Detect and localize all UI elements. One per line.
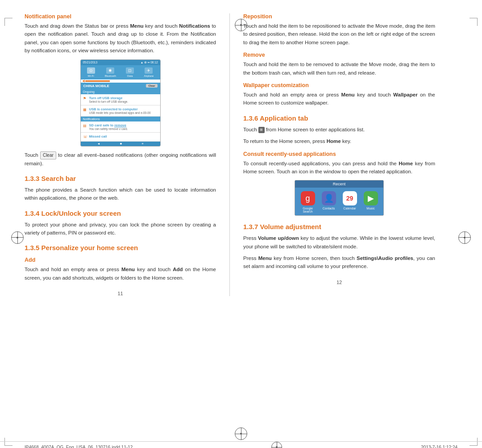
footer-left-text: IP4668_4007A_QG_Eng_USA_06_130716.indd 1… xyxy=(25,445,133,448)
china-mobile-label: CHINA MOBILE xyxy=(83,84,109,88)
notif-usb-computer-title: USB is connected to computer xyxy=(89,107,151,111)
bluetooth-icon: ✱ xyxy=(106,67,114,74)
nav-back: ◄ xyxy=(97,142,100,145)
page-footer: IP4668_4007A_QG_Eng_USA_06_130716.indd 1… xyxy=(0,441,482,448)
reposition-text: Touch and hold the item to be reposition… xyxy=(243,22,435,46)
consult-recent-text: To consult recently-used applications, y… xyxy=(243,159,435,176)
compass-dot xyxy=(464,237,465,239)
contacts-icon: 👤 xyxy=(322,191,336,205)
phone-header-bar: CHINA MOBILE Clear xyxy=(81,83,160,89)
notifications-label: Notifications xyxy=(81,117,160,121)
search-bar-text: The phone provides a Search function whi… xyxy=(25,186,216,202)
col-left: Notification panel Touch and drag down t… xyxy=(25,13,230,296)
phone-mockup: 05/21/2013 ▲ ⊕ ▪▪ 06:12 ⊙ Wi-Fi ✱ Blueto… xyxy=(80,59,161,147)
app-tab-text2: To return to the Home screen, press Home… xyxy=(243,137,435,145)
phone-icons: ▲ ⊕ ▪▪ 06:12 xyxy=(141,61,158,64)
recent-apps-mockup: Recent g GoogleSearch 👤 Contacts 29 Cale… xyxy=(295,180,384,216)
clear-note: Touch Clear to clear all event–based not… xyxy=(25,151,216,167)
usb-icon: ⚑ xyxy=(83,96,87,101)
usb-computer-icon: ▦ xyxy=(83,108,87,112)
wallpaper-heading: Wallpaper customization xyxy=(243,82,435,88)
notif-sd-text: SD card safe to remove You can safely re… xyxy=(89,123,128,130)
compass-bottom-icon xyxy=(235,427,247,440)
notif-usb-computer-sub: USB mode lets you download apps and e-00… xyxy=(89,111,151,114)
recent-apps-row: g GoogleSearch 👤 Contacts 29 Calendar ▶ … xyxy=(295,188,383,215)
recent-app-google: g GoogleSearch xyxy=(301,191,315,213)
clear-button-inline[interactable]: Clear xyxy=(40,151,56,159)
grid-icon: ⊞ xyxy=(258,127,265,133)
qs-wifi-label: Wi-Fi xyxy=(88,75,94,77)
lock-unlock-text: To protect your phone and privacy, you c… xyxy=(25,221,216,237)
notif-usb-computer: ▦ USB is connected to computer USB mode … xyxy=(81,105,160,117)
compass-dot xyxy=(240,24,242,26)
reposition-heading: Reposition xyxy=(243,13,435,20)
notif-missed-call: ☏ Missed call xyxy=(81,133,160,142)
ongoing-label: Ongoing xyxy=(81,89,160,94)
airplane-icon: ✈ xyxy=(145,67,153,74)
wallpaper-text: Touch and hold an empty area or press Me… xyxy=(243,91,435,107)
phone-clear-btn[interactable]: Clear xyxy=(146,84,157,88)
recent-app-contacts: 👤 Contacts xyxy=(322,191,336,213)
app-tab-heading: 1.3.6 Application tab xyxy=(243,114,435,122)
notif-usb-computer-text: USB is connected to computer USB mode le… xyxy=(89,107,151,114)
notif-usb-text: Turn off USB storage Select to turn off … xyxy=(89,96,129,103)
consult-recent-heading: Consult recently-used applications xyxy=(243,151,435,157)
page-num-right: 12 xyxy=(243,280,435,285)
corner-mark-tr xyxy=(470,18,478,26)
calendar-icon: 29 xyxy=(343,191,357,205)
nav-menu: ≡ xyxy=(141,142,143,145)
google-icon: g xyxy=(301,191,315,205)
notif-missed-text: Missed call xyxy=(89,134,107,138)
qs-airplane: ✈ Airplane xyxy=(144,67,154,77)
notification-panel-text1: Touch and drag down the Status bar or pr… xyxy=(25,22,216,55)
compass-right-icon xyxy=(458,231,471,244)
personalize-heading: 1.3.5 Personalize your home screen xyxy=(25,244,216,251)
footer-compass-dot xyxy=(276,446,278,448)
qs-data: ⊡ Data xyxy=(126,67,134,77)
recent-app-calendar: 29 Calendar xyxy=(343,191,357,213)
phone-date: 05/21/2013 xyxy=(83,61,98,64)
remove-text: Touch and hold the item to be removed to… xyxy=(243,60,435,77)
footer-right-text: 2013-7-16 1:12:24 xyxy=(421,445,457,448)
notif-usb-sub: Select to turn off USB storage. xyxy=(89,100,129,103)
wifi-icon: ⊙ xyxy=(87,67,95,74)
google-label: GoogleSearch xyxy=(303,207,313,213)
recent-app-music: ▶ Music xyxy=(364,191,378,213)
phone-nav-bar: ◄ ■ ≡ xyxy=(81,142,160,146)
sd-card-icon: ▤ xyxy=(83,124,87,128)
qs-wifi: ⊙ Wi-Fi xyxy=(87,67,95,77)
qs-bluetooth-label: Bluetooth xyxy=(105,75,116,77)
music-icon: ▶ xyxy=(364,191,378,205)
notif-missed-title: Missed call xyxy=(89,134,107,138)
compass-dot xyxy=(240,433,242,435)
compass-dot xyxy=(17,237,18,239)
col-right: Reposition Touch and hold the item to be… xyxy=(230,13,435,296)
remove-heading: Remove xyxy=(243,52,435,58)
phone-quick-settings: ⊙ Wi-Fi ✱ Bluetooth ⊡ Data ✈ Airplane xyxy=(81,65,160,80)
qs-data-label: Data xyxy=(127,75,133,77)
search-bar-heading: 1.3.3 Search bar xyxy=(25,175,216,182)
notif-usb-storage: ⚑ Turn off USB storage Select to turn of… xyxy=(81,94,160,105)
notif-sd-title: SD card safe to remove xyxy=(89,123,128,127)
qs-airplane-label: Airplane xyxy=(144,75,154,77)
volume-heading: 1.3.7 Volume adjustment xyxy=(243,223,435,230)
lock-unlock-heading: 1.3.4 Lock/Unlock your screen xyxy=(25,209,216,217)
calendar-label: Calendar xyxy=(343,207,356,210)
main-columns: Notification panel Touch and drag down t… xyxy=(25,13,457,296)
compass-left-icon xyxy=(11,231,24,244)
nav-home: ■ xyxy=(120,142,122,145)
page-wrapper: Notification panel Touch and drag down t… xyxy=(0,13,482,448)
add-heading: Add xyxy=(25,257,216,263)
arrow-bar: ◄ xyxy=(85,80,110,82)
arrow-left-indicator: ◄ xyxy=(82,79,86,83)
missed-call-icon: ☏ xyxy=(83,135,87,139)
volume-text1: Press Volume up/down key to adjust the v… xyxy=(243,234,435,251)
personalize-text: Touch and hold an empty area or press Me… xyxy=(25,265,216,282)
music-label: Music xyxy=(366,207,374,210)
notif-sd-sub: You can safely remove v card. xyxy=(89,127,128,130)
qs-bluetooth: ✱ Bluetooth xyxy=(105,67,116,77)
footer-compass-icon xyxy=(271,442,282,448)
corner-mark-tl xyxy=(4,18,12,26)
notification-panel-heading: Notification panel xyxy=(25,13,216,20)
phone-status-bar: 05/21/2013 ▲ ⊕ ▪▪ 06:12 xyxy=(81,60,160,65)
